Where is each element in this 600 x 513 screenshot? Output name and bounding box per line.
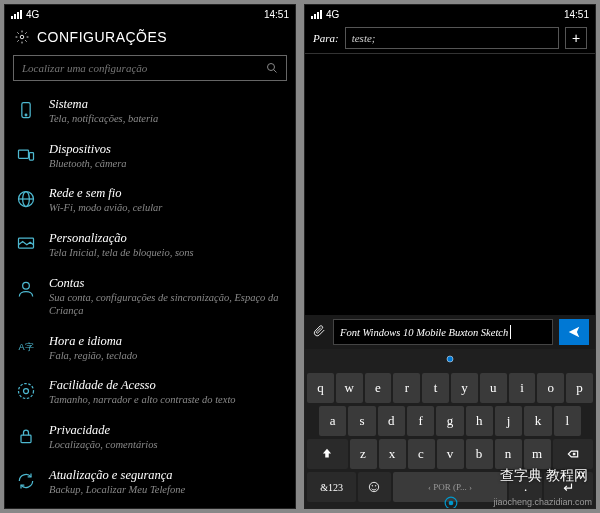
key-e[interactable]: e — [365, 373, 392, 403]
key-c[interactable]: c — [408, 439, 435, 469]
key-s[interactable]: s — [348, 406, 375, 436]
update-icon — [15, 470, 37, 492]
text-cursor — [510, 325, 511, 339]
item-title: Privacidade — [49, 423, 285, 438]
devices-icon — [15, 144, 37, 166]
item-sub: Bluetooth, câmera — [49, 157, 285, 171]
settings-item-privacidade[interactable]: PrivacidadeLocalização, comentários — [5, 415, 295, 460]
item-title: Rede e sem fio — [49, 186, 285, 201]
item-sub: Wi-Fi, modo avião, celular — [49, 201, 285, 215]
compose-body[interactable] — [305, 54, 595, 315]
key-l[interactable]: l — [554, 406, 581, 436]
key-u[interactable]: u — [480, 373, 507, 403]
key-a[interactable]: a — [319, 406, 346, 436]
item-title: Hora e idioma — [49, 334, 285, 349]
settings-item-atualizacao[interactable]: Atualização e segurançaBackup, Localizar… — [5, 460, 295, 505]
svg-line-2 — [274, 70, 277, 73]
statusbar: 4G 14:51 — [5, 5, 295, 23]
page-title: CONFIGURAÇÕES — [37, 29, 167, 45]
settings-item-dispositivos[interactable]: DispositivosBluetooth, câmera — [5, 134, 295, 179]
key-backspace[interactable] — [553, 439, 594, 469]
accounts-icon — [15, 278, 37, 300]
svg-rect-6 — [29, 152, 33, 160]
item-sub: Tela Inicial, tela de bloqueio, sons — [49, 246, 285, 260]
phone-settings: 4G 14:51 CONFIGURAÇÕES SistemaTela, noti… — [4, 4, 296, 509]
search-box[interactable] — [13, 55, 287, 81]
key-z[interactable]: z — [350, 439, 377, 469]
key-p[interactable]: p — [566, 373, 593, 403]
compose-bar: Para: teste; + — [305, 23, 595, 54]
svg-point-21 — [447, 356, 453, 362]
item-title: Atualização e segurança — [49, 468, 285, 483]
item-title: Sistema — [49, 97, 285, 112]
key-row-1: q w e r t y u i o p — [307, 373, 593, 403]
item-sub: Backup, Localizar Meu Telefone — [49, 483, 285, 497]
settings-header: CONFIGURAÇÕES — [5, 23, 295, 51]
key-i[interactable]: i — [509, 373, 536, 403]
item-title: Dispositivos — [49, 142, 285, 157]
key-emoji[interactable] — [358, 472, 391, 502]
key-d[interactable]: d — [378, 406, 405, 436]
settings-item-extras[interactable]: Extras — [5, 504, 295, 508]
key-k[interactable]: k — [524, 406, 551, 436]
key-w[interactable]: w — [336, 373, 363, 403]
item-title: Contas — [49, 276, 285, 291]
key-n[interactable]: n — [495, 439, 522, 469]
network-label: 4G — [326, 9, 339, 20]
key-x[interactable]: x — [379, 439, 406, 469]
item-sub: Localização, comentários — [49, 438, 285, 452]
svg-rect-15 — [21, 435, 31, 443]
svg-point-28 — [449, 501, 454, 506]
settings-item-personalizacao[interactable]: PersonalizaçãoTela Inicial, tela de bloq… — [5, 223, 295, 268]
key-numbers[interactable]: &123 — [307, 472, 356, 502]
svg-point-14 — [24, 389, 29, 394]
settings-item-sistema[interactable]: SistemaTela, notificações, bateria — [5, 89, 295, 134]
privacy-icon — [15, 425, 37, 447]
key-shift[interactable] — [307, 439, 348, 469]
key-b[interactable]: b — [466, 439, 493, 469]
watermark-text: 查字典 教程网 — [500, 467, 588, 485]
message-input[interactable]: Font Windows 10 Mobile Buxton Sketch — [333, 319, 553, 345]
item-title: Facilidade de Acesso — [49, 378, 285, 393]
key-space[interactable]: ‹ POR (P... › — [393, 472, 507, 502]
signal-icon — [311, 10, 322, 19]
statusbar: 4G 14:51 — [305, 5, 595, 23]
key-g[interactable]: g — [436, 406, 463, 436]
plus-icon: + — [572, 30, 580, 46]
item-sub: Tela, notificações, bateria — [49, 112, 285, 126]
svg-text:A字: A字 — [19, 342, 34, 352]
settings-item-facilidade[interactable]: Facilidade de AcessoTamanho, narrador e … — [5, 370, 295, 415]
settings-item-contas[interactable]: ContasSua conta, configurações de sincro… — [5, 268, 295, 326]
key-q[interactable]: q — [307, 373, 334, 403]
watermark-url: jiaocheng.chazidian.com — [493, 497, 592, 507]
key-r[interactable]: r — [393, 373, 420, 403]
item-title: Personalização — [49, 231, 285, 246]
recipient-input[interactable]: teste; — [345, 27, 559, 49]
gear-icon — [15, 30, 29, 44]
item-sub: Sua conta, configurações de sincronizaçã… — [49, 291, 285, 318]
key-f[interactable]: f — [407, 406, 434, 436]
item-sub: Fala, região, teclado — [49, 349, 285, 363]
svg-point-0 — [20, 35, 24, 39]
attach-icon[interactable] — [311, 323, 327, 341]
key-t[interactable]: t — [422, 373, 449, 403]
cursor-handle[interactable] — [305, 349, 595, 369]
key-m[interactable]: m — [524, 439, 551, 469]
svg-point-4 — [25, 114, 27, 116]
svg-point-1 — [268, 64, 275, 71]
personalization-icon — [15, 233, 37, 255]
clock: 14:51 — [564, 9, 589, 20]
key-h[interactable]: h — [466, 406, 493, 436]
key-y[interactable]: y — [451, 373, 478, 403]
key-o[interactable]: o — [537, 373, 564, 403]
search-input[interactable] — [22, 62, 266, 74]
send-button[interactable] — [559, 319, 589, 345]
key-v[interactable]: v — [437, 439, 464, 469]
key-j[interactable]: j — [495, 406, 522, 436]
settings-item-hora[interactable]: A字 Hora e idiomaFala, região, teclado — [5, 326, 295, 371]
globe-icon — [15, 188, 37, 210]
add-recipient-button[interactable]: + — [565, 27, 587, 49]
svg-point-25 — [372, 486, 373, 487]
time-language-icon: A字 — [15, 336, 37, 358]
settings-item-rede[interactable]: Rede e sem fioWi-Fi, modo avião, celular — [5, 178, 295, 223]
